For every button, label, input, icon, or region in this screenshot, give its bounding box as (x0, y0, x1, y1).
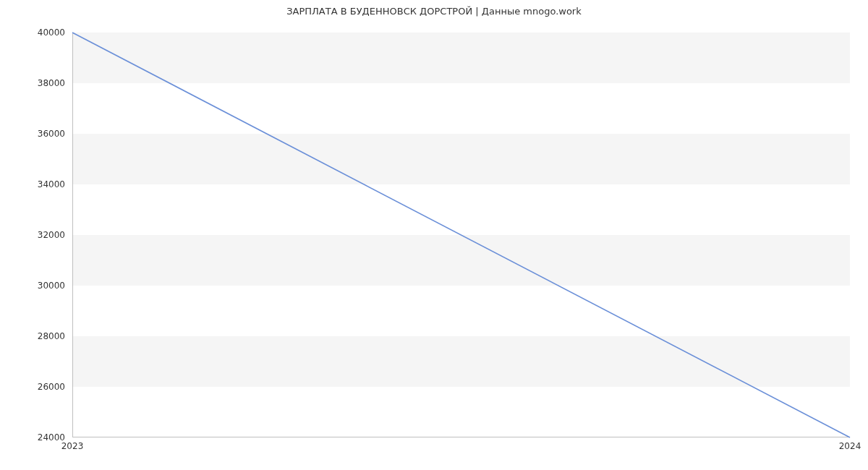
chart-title: ЗАРПЛАТА В БУДЕННОВСК ДОРСТРОЙ | Данные … (0, 6, 868, 17)
y-tick-label: 36000 (0, 129, 72, 139)
line-series (72, 33, 850, 437)
y-tick-label: 38000 (0, 78, 72, 88)
salary-line-chart: ЗАРПЛАТА В БУДЕННОВСК ДОРСТРОЙ | Данные … (0, 0, 868, 470)
series-line (72, 33, 850, 437)
x-tick-label: 2023 (61, 441, 84, 451)
y-tick-label: 34000 (0, 179, 72, 189)
y-tick-label: 28000 (0, 331, 72, 341)
y-tick-label: 26000 (0, 382, 72, 392)
y-tick-label: 32000 (0, 230, 72, 240)
y-tick-label: 30000 (0, 281, 72, 291)
y-tick-label: 40000 (0, 27, 72, 38)
x-tick-label: 2024 (839, 441, 861, 451)
